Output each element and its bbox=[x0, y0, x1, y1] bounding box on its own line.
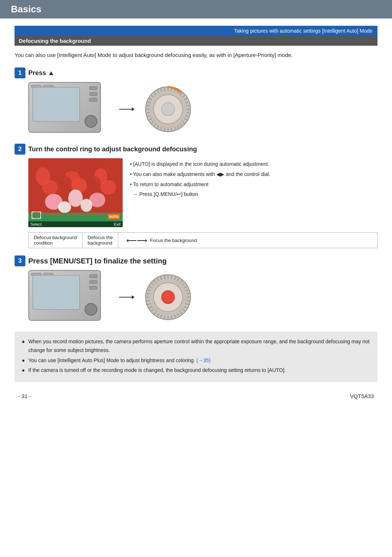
page-footer: - 31 - VQT5A33 bbox=[15, 393, 377, 399]
doc-id: VQT5A33 bbox=[350, 393, 374, 399]
step-2-title-strong: Turn the control ring to adjust backgrou… bbox=[28, 146, 197, 153]
notes-box: When you record motion pictures, the cam… bbox=[15, 332, 377, 382]
step-2-notes: • [AUTO] is displayed in the icon during… bbox=[130, 158, 377, 200]
page-number: - 31 - bbox=[18, 393, 31, 399]
step-3-content bbox=[28, 270, 377, 324]
defocus-bar-col2: Defocus the background bbox=[82, 233, 118, 248]
page-header: Basics bbox=[0, 0, 392, 19]
intro-text: You can also use [Intelligent Auto] Mode… bbox=[15, 51, 377, 60]
control-dial-1 bbox=[144, 86, 192, 133]
select-exit-bar: Select Exit bbox=[28, 221, 123, 227]
step-1-content bbox=[28, 82, 377, 136]
page-content: Taking pictures with automatic settings … bbox=[0, 19, 392, 414]
svg-point-47 bbox=[57, 176, 72, 192]
note-1: When you record motion pictures, the cam… bbox=[22, 337, 370, 355]
camera-illustration-1 bbox=[28, 82, 108, 136]
step-3-title-text: Press [MENU/SET] to finalize the setting bbox=[28, 257, 167, 265]
arrow-connector-3 bbox=[119, 297, 134, 298]
defocus-col2-line1: Defocus the bbox=[87, 235, 113, 240]
camera-right-buttons bbox=[89, 86, 97, 102]
defocus-bar-arrow: ⟵⟶ Focus the background bbox=[118, 234, 202, 247]
svg-point-50 bbox=[100, 180, 116, 194]
defocus-col2-line2: background bbox=[87, 240, 112, 246]
camera-back bbox=[28, 82, 101, 133]
defocus-bar: Defocus background condition Defocus the… bbox=[28, 232, 377, 248]
camera-screen-3 bbox=[33, 275, 80, 310]
arrow-connector-1 bbox=[119, 109, 134, 110]
step2-note-1: • [AUTO] is displayed in the icon during… bbox=[130, 160, 377, 169]
camera-screen bbox=[33, 87, 80, 122]
flower-photo: AUTO bbox=[28, 158, 123, 227]
svg-point-55 bbox=[81, 199, 92, 212]
page-title: Basics bbox=[11, 4, 381, 15]
step-2-title: 2 Turn the control ring to adjust backgr… bbox=[15, 144, 377, 155]
camera-right-btn-1 bbox=[89, 86, 97, 90]
svg-point-49 bbox=[86, 176, 101, 192]
camera-right-btn-3 bbox=[89, 98, 97, 102]
camera-dial-area-3 bbox=[85, 303, 97, 316]
select-label: Select bbox=[30, 222, 42, 226]
svg-point-54 bbox=[58, 201, 71, 213]
step-3-title-strong: Press [MENU/SET] to finalize the setting bbox=[28, 257, 167, 265]
step2-note-2: • You can also make adjustments with ◀▶ … bbox=[130, 170, 377, 179]
focus-icon bbox=[31, 211, 41, 219]
step-1-press-label: Press ▲ bbox=[28, 69, 54, 77]
camera-back-3 bbox=[28, 270, 101, 321]
svg-point-46 bbox=[42, 180, 58, 194]
svg-point-105 bbox=[162, 291, 175, 304]
control-dial-svg-1 bbox=[144, 86, 192, 133]
flower-image: AUTO bbox=[28, 158, 123, 227]
camera-illustration-3 bbox=[28, 270, 108, 324]
step-2-content: AUTO bbox=[28, 158, 377, 227]
svg-point-38 bbox=[162, 103, 175, 116]
note-2-link[interactable]: (→35) bbox=[196, 357, 211, 363]
step-2-title-text: Turn the control ring to adjust backgrou… bbox=[28, 146, 197, 153]
control-dial-3 bbox=[144, 274, 192, 321]
blue-bar: Taking pictures with automatic settings … bbox=[15, 26, 377, 36]
section-heading: Defocusing the background bbox=[15, 36, 377, 46]
section-heading-text: Defocusing the background bbox=[19, 38, 91, 44]
control-dial-svg-3 bbox=[144, 274, 192, 321]
defocus-col1-line2: condition bbox=[34, 240, 53, 246]
defocus-col1-line1: Defocus background bbox=[34, 235, 77, 240]
camera-right-btn-2 bbox=[89, 92, 97, 96]
svg-rect-58 bbox=[32, 212, 41, 218]
blue-bar-text: Taking pictures with automatic settings … bbox=[234, 28, 372, 34]
note-3: If the camera is turned off or the recor… bbox=[22, 366, 370, 375]
svg-point-52 bbox=[68, 189, 83, 207]
step-2: 2 Turn the control ring to adjust backgr… bbox=[15, 144, 377, 248]
note-2: You can use [Intelligent Auto Plus] Mode… bbox=[22, 356, 370, 365]
step-3: 3 Press [MENU/SET] to finalize the setti… bbox=[15, 255, 377, 324]
step-2-badge: 2 bbox=[15, 144, 25, 155]
camera-right-btn-3c bbox=[89, 286, 97, 290]
step-1-badge: 1 bbox=[15, 67, 25, 78]
camera-right-buttons-3 bbox=[89, 274, 97, 290]
exit-label: Exit bbox=[114, 222, 121, 226]
defocus-col3-text: Focus the background bbox=[150, 238, 197, 243]
camera-dial-area bbox=[85, 115, 97, 128]
step-1-title-text: Press ▲ bbox=[28, 69, 54, 77]
focus-bracket-svg bbox=[31, 211, 41, 219]
svg-point-41 bbox=[51, 161, 64, 177]
defocus-bar-col1: Defocus background condition bbox=[29, 233, 82, 248]
step2-note-4: → Press [Q.MENU/↩] button bbox=[130, 190, 377, 199]
double-arrow-icon: ⟵⟶ bbox=[126, 236, 147, 245]
svg-point-45 bbox=[109, 164, 122, 178]
step-1: 1 Press ▲ bbox=[15, 67, 377, 136]
step-3-badge: 3 bbox=[15, 255, 25, 266]
camera-right-btn-3a bbox=[89, 274, 97, 278]
step2-note-3: • To return to automatic adjustment bbox=[130, 180, 377, 189]
camera-right-btn-3b bbox=[89, 280, 97, 284]
auto-icon: AUTO bbox=[108, 214, 120, 219]
step-3-title: 3 Press [MENU/SET] to finalize the setti… bbox=[15, 255, 377, 266]
step-1-title: 1 Press ▲ bbox=[15, 67, 377, 78]
